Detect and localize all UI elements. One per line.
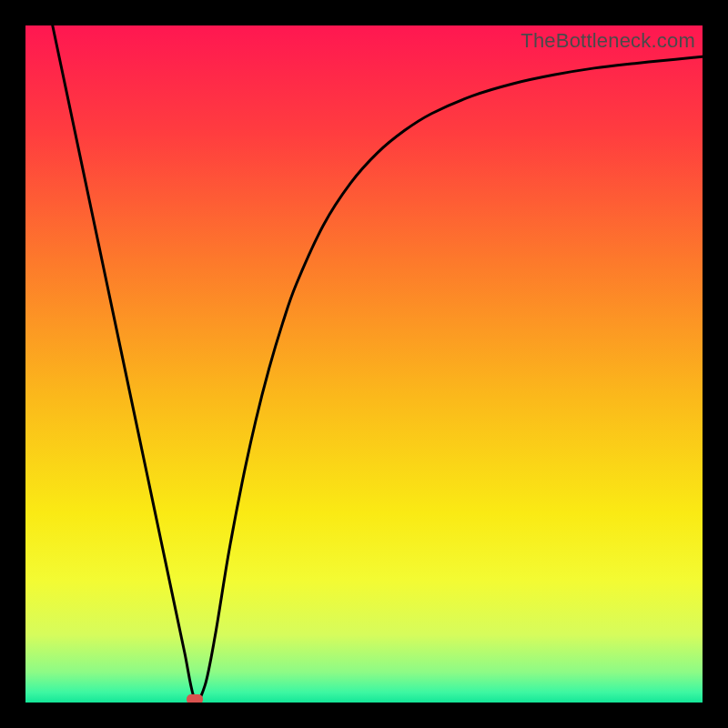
watermark-text: TheBottleneck.com (521, 29, 695, 53)
minimum-marker (187, 694, 203, 703)
plot-frame: TheBottleneck.com (25, 25, 703, 703)
gradient-background (25, 25, 703, 703)
bottleneck-chart (25, 25, 703, 703)
